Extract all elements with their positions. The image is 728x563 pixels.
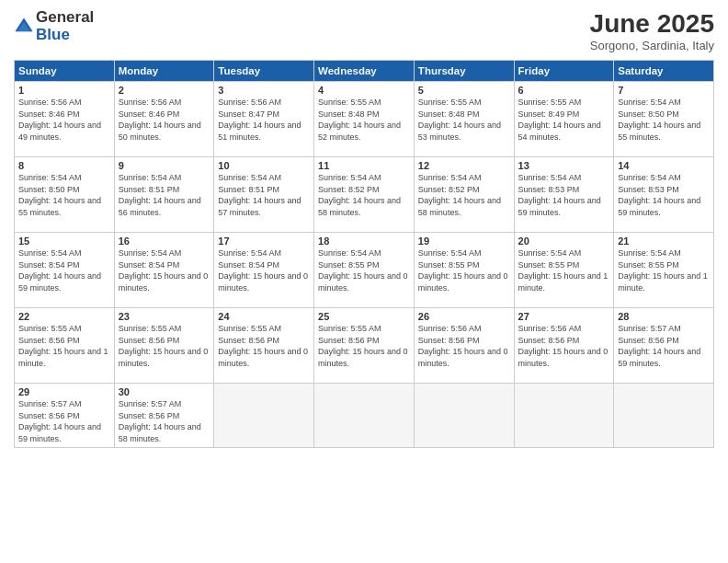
day-cell: 28Sunrise: 5:57 AMSunset: 8:56 PMDayligh…: [614, 308, 714, 384]
day-cell: 7Sunrise: 5:54 AMSunset: 8:50 PMDaylight…: [614, 82, 714, 157]
col-sunday: Sunday: [15, 61, 115, 82]
day-cell: 1Sunrise: 5:56 AMSunset: 8:46 PMDaylight…: [15, 82, 115, 157]
day-info: Sunrise: 5:57 AMSunset: 8:56 PMDaylight:…: [18, 398, 110, 444]
day-number: 3: [218, 85, 310, 96]
calendar-header-row: Sunday Monday Tuesday Wednesday Thursday…: [15, 61, 714, 82]
month-title: June 2025: [590, 9, 714, 39]
week-row-3: 15Sunrise: 5:54 AMSunset: 8:54 PMDayligh…: [15, 233, 714, 308]
day-info: Sunrise: 5:55 AMSunset: 8:56 PMDaylight:…: [18, 323, 110, 369]
day-cell: 10Sunrise: 5:54 AMSunset: 8:51 PMDayligh…: [214, 157, 314, 233]
day-cell: 15Sunrise: 5:54 AMSunset: 8:54 PMDayligh…: [15, 233, 115, 308]
day-number: 8: [18, 160, 110, 171]
day-number: 28: [618, 311, 710, 322]
col-friday: Friday: [514, 61, 614, 82]
day-info: Sunrise: 5:54 AMSunset: 8:55 PMDaylight:…: [618, 247, 710, 293]
day-number: 12: [418, 160, 510, 171]
logo: General Blue: [14, 9, 94, 43]
logo-text: General Blue: [36, 9, 94, 43]
day-cell: 6Sunrise: 5:55 AMSunset: 8:49 PMDaylight…: [514, 82, 614, 157]
day-cell: [514, 384, 614, 448]
day-number: 19: [418, 236, 510, 247]
day-number: 9: [119, 160, 210, 171]
day-info: Sunrise: 5:54 AMSunset: 8:53 PMDaylight:…: [518, 172, 610, 218]
day-number: 25: [318, 311, 410, 322]
day-info: Sunrise: 5:54 AMSunset: 8:52 PMDaylight:…: [318, 172, 410, 218]
day-info: Sunrise: 5:55 AMSunset: 8:48 PMDaylight:…: [418, 97, 510, 143]
day-info: Sunrise: 5:55 AMSunset: 8:48 PMDaylight:…: [318, 97, 410, 143]
day-cell: 4Sunrise: 5:55 AMSunset: 8:48 PMDaylight…: [314, 82, 415, 157]
day-number: 27: [518, 311, 610, 322]
day-number: 6: [518, 85, 610, 96]
day-cell: [214, 384, 314, 448]
day-cell: 27Sunrise: 5:56 AMSunset: 8:56 PMDayligh…: [514, 308, 614, 384]
col-wednesday: Wednesday: [314, 61, 415, 82]
day-cell: 17Sunrise: 5:54 AMSunset: 8:54 PMDayligh…: [214, 233, 314, 308]
day-cell: 21Sunrise: 5:54 AMSunset: 8:55 PMDayligh…: [614, 233, 714, 308]
day-cell: 18Sunrise: 5:54 AMSunset: 8:55 PMDayligh…: [314, 233, 415, 308]
day-info: Sunrise: 5:54 AMSunset: 8:55 PMDaylight:…: [518, 247, 610, 293]
day-info: Sunrise: 5:54 AMSunset: 8:50 PMDaylight:…: [18, 172, 110, 218]
day-cell: 24Sunrise: 5:55 AMSunset: 8:56 PMDayligh…: [214, 308, 314, 384]
day-info: Sunrise: 5:54 AMSunset: 8:54 PMDaylight:…: [218, 247, 310, 293]
day-number: 10: [218, 160, 310, 171]
day-number: 5: [418, 85, 510, 96]
week-row-4: 22Sunrise: 5:55 AMSunset: 8:56 PMDayligh…: [15, 308, 714, 384]
day-cell: 12Sunrise: 5:54 AMSunset: 8:52 PMDayligh…: [414, 157, 514, 233]
col-saturday: Saturday: [614, 61, 714, 82]
calendar-table: Sunday Monday Tuesday Wednesday Thursday…: [14, 60, 714, 448]
day-info: Sunrise: 5:55 AMSunset: 8:56 PMDaylight:…: [218, 323, 310, 369]
day-number: 26: [418, 311, 510, 322]
day-info: Sunrise: 5:56 AMSunset: 8:56 PMDaylight:…: [418, 323, 510, 369]
day-cell: 20Sunrise: 5:54 AMSunset: 8:55 PMDayligh…: [514, 233, 614, 308]
logo-general: General: [36, 9, 94, 27]
day-cell: 8Sunrise: 5:54 AMSunset: 8:50 PMDaylight…: [15, 157, 115, 233]
day-number: 18: [318, 236, 410, 247]
header: General Blue June 2025 Sorgono, Sardinia…: [14, 9, 714, 52]
col-thursday: Thursday: [414, 61, 514, 82]
day-number: 14: [618, 160, 710, 171]
day-info: Sunrise: 5:56 AMSunset: 8:46 PMDaylight:…: [119, 97, 210, 143]
day-cell: 25Sunrise: 5:55 AMSunset: 8:56 PMDayligh…: [314, 308, 415, 384]
day-info: Sunrise: 5:54 AMSunset: 8:51 PMDaylight:…: [119, 172, 210, 218]
day-number: 24: [218, 311, 310, 322]
day-info: Sunrise: 5:54 AMSunset: 8:53 PMDaylight:…: [618, 172, 710, 218]
day-cell: 22Sunrise: 5:55 AMSunset: 8:56 PMDayligh…: [15, 308, 115, 384]
page: General Blue June 2025 Sorgono, Sardinia…: [0, 0, 728, 563]
day-cell: 29Sunrise: 5:57 AMSunset: 8:56 PMDayligh…: [15, 384, 115, 448]
week-row-2: 8Sunrise: 5:54 AMSunset: 8:50 PMDaylight…: [15, 157, 714, 233]
day-info: Sunrise: 5:54 AMSunset: 8:54 PMDaylight:…: [119, 247, 210, 293]
day-number: 21: [618, 236, 710, 247]
day-cell: 19Sunrise: 5:54 AMSunset: 8:55 PMDayligh…: [414, 233, 514, 308]
week-row-1: 1Sunrise: 5:56 AMSunset: 8:46 PMDaylight…: [15, 82, 714, 157]
title-block: June 2025 Sorgono, Sardinia, Italy: [590, 9, 714, 52]
day-number: 7: [618, 85, 710, 96]
logo-blue: Blue: [36, 27, 94, 44]
day-info: Sunrise: 5:55 AMSunset: 8:56 PMDaylight:…: [119, 323, 210, 369]
day-cell: [414, 384, 514, 448]
day-number: 11: [318, 160, 410, 171]
day-info: Sunrise: 5:54 AMSunset: 8:54 PMDaylight:…: [18, 247, 110, 293]
col-tuesday: Tuesday: [214, 61, 314, 82]
day-cell: 23Sunrise: 5:55 AMSunset: 8:56 PMDayligh…: [114, 308, 214, 384]
day-info: Sunrise: 5:54 AMSunset: 8:55 PMDaylight:…: [318, 247, 410, 293]
day-cell: [614, 384, 714, 448]
day-info: Sunrise: 5:57 AMSunset: 8:56 PMDaylight:…: [119, 398, 210, 444]
day-number: 17: [218, 236, 310, 247]
day-cell: 14Sunrise: 5:54 AMSunset: 8:53 PMDayligh…: [614, 157, 714, 233]
day-cell: 11Sunrise: 5:54 AMSunset: 8:52 PMDayligh…: [314, 157, 415, 233]
day-cell: 16Sunrise: 5:54 AMSunset: 8:54 PMDayligh…: [114, 233, 214, 308]
day-number: 20: [518, 236, 610, 247]
day-number: 30: [119, 386, 210, 397]
day-number: 2: [119, 85, 210, 96]
day-number: 22: [18, 311, 110, 322]
day-number: 15: [18, 236, 110, 247]
day-info: Sunrise: 5:55 AMSunset: 8:49 PMDaylight:…: [518, 97, 610, 143]
day-number: 29: [18, 386, 110, 397]
logo-icon: [14, 17, 34, 37]
day-info: Sunrise: 5:56 AMSunset: 8:56 PMDaylight:…: [518, 323, 610, 369]
day-info: Sunrise: 5:56 AMSunset: 8:47 PMDaylight:…: [218, 97, 310, 143]
day-cell: 26Sunrise: 5:56 AMSunset: 8:56 PMDayligh…: [414, 308, 514, 384]
day-info: Sunrise: 5:57 AMSunset: 8:56 PMDaylight:…: [618, 323, 710, 369]
day-cell: 2Sunrise: 5:56 AMSunset: 8:46 PMDaylight…: [114, 82, 214, 157]
day-cell: 13Sunrise: 5:54 AMSunset: 8:53 PMDayligh…: [514, 157, 614, 233]
